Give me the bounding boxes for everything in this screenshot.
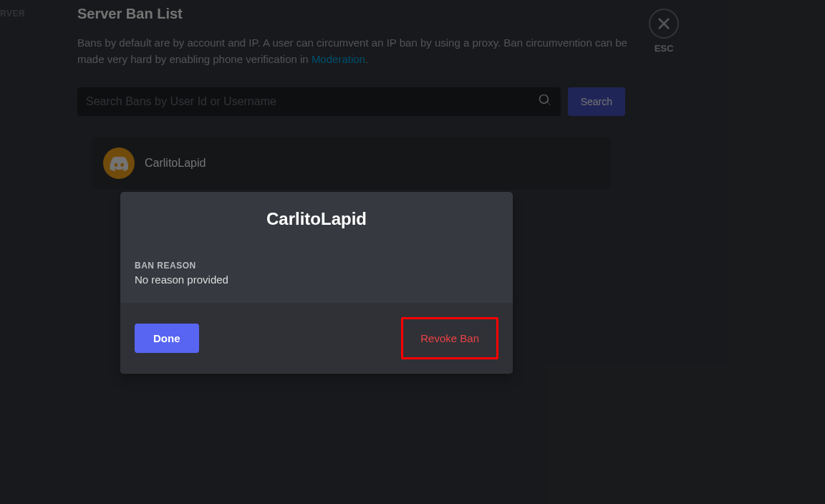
modal-body: CarlitoLapid BAN REASON No reason provid… — [120, 192, 513, 303]
ban-detail-modal: CarlitoLapid BAN REASON No reason provid… — [120, 192, 513, 374]
ban-reason-label: BAN REASON — [135, 261, 498, 271]
modal-username: CarlitoLapid — [135, 209, 498, 229]
revoke-ban-button[interactable]: Revoke Ban — [407, 326, 492, 350]
ban-reason-value: No reason provided — [135, 273, 498, 286]
done-button[interactable]: Done — [135, 324, 199, 353]
revoke-highlight: Revoke Ban — [401, 317, 498, 359]
modal-footer: Done Revoke Ban — [120, 303, 513, 374]
